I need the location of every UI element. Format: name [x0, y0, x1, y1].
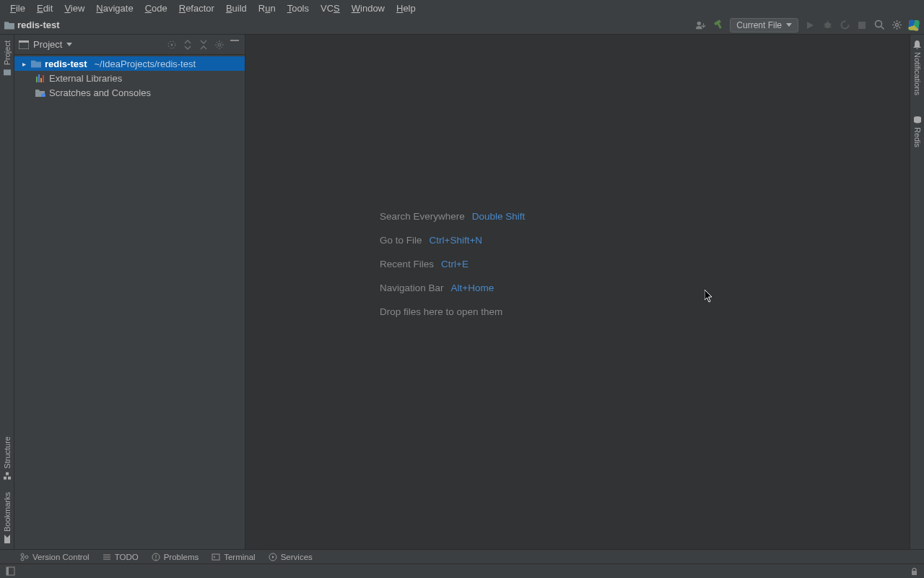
bottom-tab-todo[interactable]: TODO	[103, 553, 139, 561]
hint-navbar-label: Navigation Bar	[380, 282, 444, 293]
menu-refactor[interactable]: Refactor	[173, 1, 220, 15]
hint-gotofile-key: Ctrl+Shift+N	[430, 235, 483, 246]
hint-search-label: Search Everywhere	[380, 211, 465, 222]
hint-recent-label: Recent Files	[380, 259, 434, 269]
svg-point-41	[21, 558, 24, 561]
svg-point-9	[841, 22, 848, 29]
settings-gear-icon[interactable]	[891, 20, 902, 31]
svg-line-34	[217, 42, 217, 43]
chevron-down-icon	[786, 23, 792, 27]
svg-line-36	[217, 46, 217, 47]
svg-line-8	[830, 27, 832, 27]
tree-root-row[interactable]: ▸ redis-test ~/IdeaProjects/redis-test	[14, 56, 245, 71]
svg-rect-26	[19, 40, 29, 43]
menu-edit[interactable]: Edit	[31, 1, 58, 15]
svg-rect-53	[912, 571, 917, 575]
svg-point-48	[155, 558, 157, 560]
right-tab-notifications[interactable]: Notifications	[912, 35, 923, 101]
project-view-icon	[19, 40, 29, 49]
menu-file[interactable]: File	[4, 1, 31, 15]
menu-code[interactable]: Code	[139, 1, 173, 15]
run-button[interactable]	[804, 20, 816, 31]
menu-run[interactable]: Run	[253, 1, 282, 15]
hint-search-key: Double Shift	[472, 211, 526, 222]
editor-hints: Search EverywhereDouble Shift Go to File…	[380, 211, 525, 317]
bottom-tab-problems[interactable]: Problems	[152, 553, 199, 561]
module-folder-icon	[30, 59, 42, 69]
svg-rect-24	[6, 473, 9, 475]
ide-logo-icon[interactable]	[908, 20, 920, 31]
tree-root-path: ~/IdeaProjects/redis-test	[95, 59, 196, 69]
menu-help[interactable]: Help	[391, 1, 422, 15]
project-panel-title[interactable]: Project	[33, 39, 62, 50]
svg-line-20	[899, 22, 900, 23]
tool-windows-quick-access-icon[interactable]	[6, 566, 15, 576]
left-tab-structure[interactable]: Structure	[1, 431, 13, 486]
run-config-selector[interactable]: Current File	[730, 18, 798, 33]
menu-tools[interactable]: Tools	[282, 1, 315, 15]
svg-point-0	[697, 21, 701, 25]
collapse-all-icon[interactable]	[199, 40, 209, 50]
svg-rect-23	[4, 477, 6, 480]
status-lock-icon[interactable]	[910, 567, 918, 576]
select-opened-file-icon[interactable]	[167, 40, 177, 50]
svg-line-11	[881, 27, 884, 30]
panel-settings-icon[interactable]	[214, 40, 225, 50]
menu-view[interactable]: View	[58, 1, 90, 15]
svg-point-3	[824, 22, 830, 28]
run-with-coverage-button[interactable]	[839, 20, 850, 31]
build-hammer-icon[interactable]	[712, 20, 724, 31]
svg-line-19	[894, 27, 895, 28]
svg-line-5	[824, 24, 825, 25]
menu-build[interactable]: Build	[220, 1, 253, 15]
svg-line-37	[222, 42, 222, 43]
svg-line-17	[894, 22, 895, 23]
bottom-tab-version-control[interactable]: Version Control	[20, 553, 90, 561]
svg-line-35	[222, 46, 222, 47]
status-bar	[0, 564, 924, 578]
stop-button[interactable]	[856, 20, 868, 31]
svg-point-10	[875, 21, 881, 27]
right-tab-redis[interactable]: Redis	[912, 110, 923, 153]
svg-rect-52	[6, 567, 9, 575]
svg-line-18	[899, 27, 900, 28]
user-with-arrow-icon[interactable]	[695, 20, 707, 31]
hint-drop-label: Drop files here to open them	[380, 306, 502, 317]
menu-bar: File Edit View Navigate Code Refactor Bu…	[0, 0, 924, 16]
hint-navbar-key: Alt+Home	[451, 282, 494, 293]
tree-external-libraries[interactable]: External Libraries	[14, 71, 245, 85]
project-tree: ▸ redis-test ~/IdeaProjects/redis-test E…	[14, 55, 245, 101]
svg-line-6	[830, 24, 832, 25]
run-config-label: Current File	[736, 20, 782, 30]
mouse-cursor	[705, 290, 713, 303]
svg-line-7	[824, 27, 825, 27]
hint-recent-key: Ctrl+E	[441, 259, 468, 269]
hide-panel-icon[interactable]	[230, 40, 240, 50]
menu-navigate[interactable]: Navigate	[90, 1, 139, 15]
tree-scratches[interactable]: Scratches and Consoles	[14, 85, 245, 100]
svg-rect-22	[8, 477, 11, 480]
left-tab-project[interactable]: Project	[1, 35, 13, 82]
menu-window[interactable]: Window	[346, 1, 391, 15]
svg-point-42	[25, 556, 28, 558]
breadcrumb-project: redis-test	[17, 20, 60, 30]
editor-empty-state[interactable]: Search EverywhereDouble Shift Go to File…	[245, 35, 910, 549]
search-icon[interactable]	[873, 20, 885, 31]
folder-icon	[4, 21, 14, 30]
menu-vcs[interactable]: VCS	[315, 1, 346, 15]
bottom-tab-terminal[interactable]: Terminal	[212, 553, 255, 561]
svg-point-12	[895, 24, 898, 27]
breadcrumb[interactable]: redis-test	[4, 20, 60, 30]
right-tool-gutter: Notifications Redis	[910, 35, 924, 549]
chevron-right-icon: ▸	[20, 60, 27, 68]
debug-button[interactable]	[821, 20, 833, 31]
svg-rect-21	[4, 69, 11, 75]
tree-root-name: redis-test	[45, 59, 87, 69]
svg-point-28	[171, 43, 173, 46]
left-tab-bookmarks[interactable]: Bookmarks	[1, 486, 13, 549]
bottom-tab-services[interactable]: Services	[269, 553, 313, 561]
chevron-down-icon[interactable]	[66, 43, 72, 46]
hint-gotofile-label: Go to File	[380, 235, 422, 246]
project-panel-header: Project	[14, 35, 245, 55]
expand-all-icon[interactable]	[183, 40, 193, 50]
